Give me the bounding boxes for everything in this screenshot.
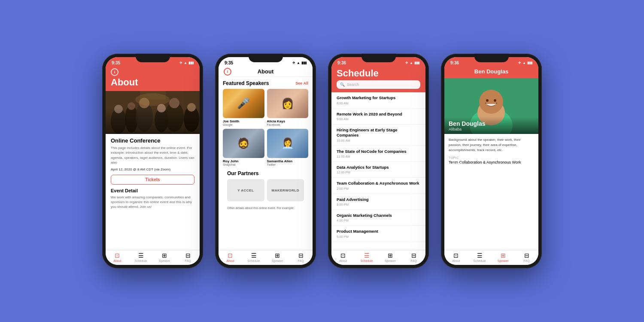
speaker-photo-roy bbox=[223, 129, 264, 158]
partner-makerworld: MAKERWORLD bbox=[267, 179, 304, 201]
tab-speaker-label-1: Speaker bbox=[159, 259, 170, 262]
tab-faq-label-2: FAQ bbox=[298, 259, 304, 262]
status-icons-2: ✈ ▲ ▮▮▮ bbox=[292, 61, 307, 65]
tab-speaker-2[interactable]: ⊞ Speaker bbox=[266, 252, 289, 262]
see-all-button[interactable]: See All bbox=[295, 81, 308, 85]
phone-speaker-detail: 9:36 ✈ ▲ ▮▮▮ ‹ Back Ben Douglas bbox=[441, 54, 542, 268]
speaker-detail-overlay: Ben Douglas Alibaba bbox=[444, 117, 538, 134]
event-title: Online Conference bbox=[111, 137, 194, 144]
schedule-item-4[interactable]: Data Analytics for Startups 12:00 PM bbox=[331, 162, 425, 178]
schedule-item-6[interactable]: Paid Advertising 3:00 PM bbox=[331, 194, 425, 210]
schedule-time-1: 9:00 AM bbox=[337, 117, 420, 121]
speaker-detail-body: Background about the speaker, their work… bbox=[444, 134, 538, 250]
tab-about-label-4: About bbox=[452, 259, 460, 262]
schedule-item-1[interactable]: Remote Work in 2020 and Beyond 9:00 AM bbox=[331, 109, 425, 125]
partners-section: Our Partners Y ACCEL MAKERWORLD bbox=[223, 170, 308, 205]
tab-about-label-3: About bbox=[339, 259, 347, 262]
schedule-item-7[interactable]: Organic Marketing Channels 4:00 PM bbox=[331, 210, 425, 226]
schedule-item-2[interactable]: Hiring Engineers at Early Stage Companie… bbox=[331, 125, 425, 146]
featured-speakers-title: Featured Speakers bbox=[223, 80, 269, 86]
search-bar[interactable]: 🔍 Search bbox=[337, 80, 420, 89]
tab-about-4[interactable]: ⊡ About bbox=[444, 252, 468, 262]
schedule-item-3[interactable]: The State of NoCode for Companies 11:00 … bbox=[331, 146, 425, 162]
tickets-button[interactable]: Tickets bbox=[111, 175, 194, 185]
about-header-2: i About bbox=[219, 67, 313, 77]
schedule-tab-icon-2: ☰ bbox=[251, 252, 257, 259]
tab-about-3[interactable]: ⊡ About bbox=[331, 252, 355, 262]
notch-3 bbox=[361, 54, 396, 62]
schedule-title-6: Paid Advertising bbox=[337, 197, 420, 202]
tab-schedule-1[interactable]: ☰ Schedule bbox=[129, 252, 153, 262]
tab-about-label-2: About bbox=[226, 259, 234, 262]
tab-bar-2: ⊡ About ☰ Schedule ⊞ Speaker ⊟ FAQ bbox=[219, 250, 313, 265]
speaker-photo-samantha bbox=[267, 129, 309, 158]
faq-tab-icon-4: ⊟ bbox=[524, 252, 529, 259]
schedule-item-5[interactable]: Team Collaboration & Asynchronous Work 2… bbox=[331, 178, 425, 194]
speaker-tab-icon-2: ⊞ bbox=[275, 252, 280, 259]
faq-tab-icon: ⊟ bbox=[185, 252, 191, 259]
battery-icon-3: ▮▮▮ bbox=[414, 61, 419, 65]
time-2: 9:35 bbox=[225, 61, 233, 65]
event-detail-section: Event Detail We work with amazing compan… bbox=[111, 188, 194, 210]
tab-faq-4[interactable]: ⊟ FAQ bbox=[515, 252, 538, 262]
tab-faq-1[interactable]: ⊟ FAQ bbox=[176, 252, 200, 262]
phone-about: 9:35 ✈ ▲ ▮▮▮ i About bbox=[102, 54, 203, 268]
tab-speaker-label-4: Speaker bbox=[498, 259, 509, 262]
schedule-item-8[interactable]: Product Management 5:00 PM bbox=[331, 226, 425, 242]
event-image bbox=[106, 91, 200, 134]
speaker-detail-header: ‹ Back Ben Douglas bbox=[444, 67, 538, 78]
tab-faq-label-4: FAQ bbox=[524, 259, 530, 262]
other-details: Other details about this online event. F… bbox=[223, 205, 308, 211]
partner-label-1: Y ACCEL bbox=[237, 188, 254, 192]
speaker-card-samantha[interactable]: Samantha Allen Twitter bbox=[267, 129, 309, 166]
about-tab-icon-3: ⊡ bbox=[340, 252, 346, 259]
faq-tab-icon-2: ⊟ bbox=[298, 252, 304, 259]
back-label: Back bbox=[453, 161, 462, 166]
speaker-card-roy[interactable]: Roy John Snapchat bbox=[223, 129, 264, 166]
speaker-card-joe[interactable]: Joe Smith Google bbox=[223, 89, 264, 126]
tab-about-1[interactable]: ⊡ About bbox=[106, 252, 129, 262]
tab-about-2[interactable]: ⊡ About bbox=[219, 252, 242, 262]
back-button[interactable]: ‹ Back bbox=[450, 161, 462, 166]
speaker-name-joe: Joe Smith bbox=[223, 119, 264, 123]
tab-speaker-1[interactable]: ⊞ Speaker bbox=[153, 252, 176, 262]
schedule-title-4: Data Analytics for Startups bbox=[337, 165, 420, 170]
schedule-title: Schedule bbox=[337, 68, 420, 79]
speaker-card-alicia[interactable]: Alicia Kays Facebook bbox=[267, 89, 309, 126]
partner-grid: Y ACCEL MAKERWORLD bbox=[227, 179, 304, 201]
speaker-company-joe: Google bbox=[223, 123, 264, 126]
event-detail-title: Event Detail bbox=[111, 188, 194, 193]
info-icon: i bbox=[111, 68, 118, 76]
notch-2 bbox=[249, 54, 283, 62]
schedule-time-4: 12:00 PM bbox=[337, 170, 420, 174]
speaker-tab-icon-3: ⊞ bbox=[388, 252, 393, 259]
speaker-bio: Background about the speaker, their work… bbox=[449, 137, 534, 153]
schedule-title-7: Organic Marketing Channels bbox=[337, 213, 420, 218]
tab-schedule-4[interactable]: ☰ Schedule bbox=[468, 252, 492, 262]
tab-faq-2[interactable]: ⊟ FAQ bbox=[289, 252, 313, 262]
schedule-time-6: 3:00 PM bbox=[337, 203, 420, 207]
schedule-time-2: 10:00 AM bbox=[337, 139, 420, 143]
partner-y-accel: Y ACCEL bbox=[227, 179, 264, 201]
tab-faq-3[interactable]: ⊟ FAQ bbox=[402, 252, 425, 262]
event-date: April 12, 2020 @ 8 AM CDT (via Zoom) bbox=[111, 167, 194, 171]
schedule-tab-icon-3: ☰ bbox=[364, 252, 370, 259]
speaker-name-alicia: Alicia Kays bbox=[267, 119, 309, 123]
about-tab-icon-4: ⊡ bbox=[453, 252, 459, 259]
tab-schedule-2[interactable]: ☰ Schedule bbox=[242, 252, 266, 262]
battery-icon-4: ▮▮▮ bbox=[527, 61, 532, 65]
time-3: 9:36 bbox=[337, 61, 346, 65]
tab-schedule-3[interactable]: ☰ Schedule bbox=[355, 252, 379, 262]
wifi-icon-2: ▲ bbox=[297, 61, 300, 65]
tab-faq-label-1: FAQ bbox=[185, 259, 191, 262]
time-4: 9:36 bbox=[450, 61, 459, 65]
speaker-tab-icon: ⊞ bbox=[162, 252, 167, 259]
faq-tab-icon-3: ⊟ bbox=[411, 252, 416, 259]
about-header: i About bbox=[106, 67, 200, 91]
tab-speaker-4[interactable]: ⊞ Speaker bbox=[492, 252, 515, 262]
tab-speaker-label-2: Speaker bbox=[272, 259, 283, 262]
schedule-item-0[interactable]: Growth Marketing for Startups 8:00 AM bbox=[331, 92, 425, 108]
speakers-header: Featured Speakers See All bbox=[223, 80, 308, 86]
about-tab-icon-2: ⊡ bbox=[228, 252, 233, 259]
tab-speaker-3[interactable]: ⊞ Speaker bbox=[379, 252, 402, 262]
